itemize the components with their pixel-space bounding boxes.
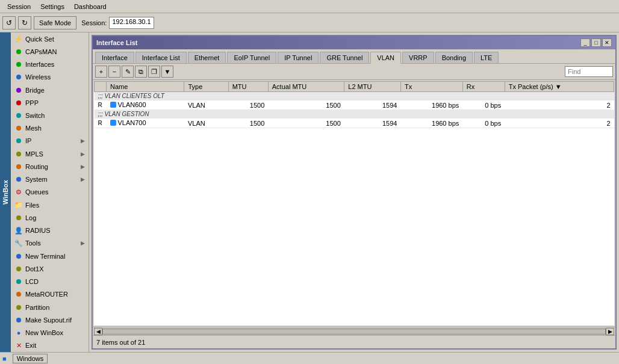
row-flag-vlan600: R — [95, 100, 107, 110]
paste-button[interactable]: ❐ — [148, 66, 160, 78]
col-header-actual-mtu[interactable]: Actual MTU — [268, 82, 344, 92]
metarouter-icon — [14, 290, 23, 298]
sidebar-item-exit[interactable]: ✕ Exit — [11, 339, 89, 352]
vlan700-icon-group: VLAN700 — [110, 119, 146, 126]
col-header-rx[interactable]: Rx — [462, 82, 505, 92]
sidebar-item-radius[interactable]: 👤 RADIUS — [11, 224, 89, 237]
col-header-l2-mtu[interactable]: L2 MTU — [344, 82, 401, 92]
interface-list-window: Interface List _ □ ✕ Interface Interface… — [92, 35, 617, 350]
add-button[interactable]: + — [95, 66, 107, 78]
row-txpkt-vlan700: 2 — [505, 119, 614, 128]
sidebar-item-make-supout[interactable]: Make Supout.rif — [11, 313, 89, 326]
copy-button[interactable]: ⧉ — [135, 66, 147, 78]
tab-vlan[interactable]: VLAN — [370, 52, 401, 64]
horizontal-scrollbar[interactable] — [102, 329, 606, 335]
sidebar-item-switch[interactable]: Switch — [11, 109, 89, 122]
row-flag-vlan700: R — [95, 119, 107, 128]
dot1x-icon — [14, 265, 23, 273]
ip-icon — [14, 137, 23, 145]
mesh-icon — [14, 124, 23, 132]
system-expand-arrow: ▶ — [81, 176, 85, 182]
sidebar-item-lcd[interactable]: LCD — [11, 275, 89, 288]
sidebar-item-ppp[interactable]: PPP — [11, 96, 89, 109]
windows-button[interactable]: Windows — [13, 354, 48, 363]
redo-button[interactable]: ↻ — [18, 16, 31, 29]
row-tx-vlan700: 1960 bps — [400, 119, 462, 128]
tab-vrrp[interactable]: VRRP — [402, 52, 434, 63]
window-minimize-button[interactable]: _ — [580, 39, 590, 47]
col-header-name[interactable]: Name — [107, 82, 184, 92]
winbox-label: WinBox — [0, 32, 11, 352]
sidebar-item-tools[interactable]: 🔧 Tools ▶ — [11, 237, 89, 250]
sidebar-item-capsman[interactable]: CAPsMAN — [11, 45, 89, 58]
sidebar-item-ip[interactable]: IP ▶ — [11, 135, 89, 147]
window-title: Interface List — [96, 39, 137, 46]
sidebar-label-switch: Switch — [25, 112, 45, 119]
mpls-icon — [14, 150, 23, 158]
sidebar-label-new-winbox: New WinBox — [25, 329, 63, 336]
tab-gre-tunnel[interactable]: GRE Tunnel — [320, 52, 369, 63]
window-maximize-button[interactable]: □ — [591, 39, 601, 47]
sidebar-item-system[interactable]: System ▶ — [11, 173, 89, 186]
row-tx-vlan600: 1960 bps — [400, 100, 462, 110]
sidebar-item-interfaces[interactable]: Interfaces — [11, 58, 89, 70]
col-header-type[interactable]: Type — [184, 82, 228, 92]
new-terminal-icon — [14, 252, 23, 261]
session-label: Session: — [81, 19, 107, 26]
sidebar-item-log[interactable]: Log — [11, 211, 89, 224]
col-header-flag[interactable] — [95, 82, 107, 92]
sidebar-item-routing[interactable]: Routing ▶ — [11, 160, 89, 173]
table-row-vlan600[interactable]: R VLAN600 VLAN 1500 1500 1594 — [95, 100, 614, 110]
col-header-tx-pkt[interactable]: Tx Packet (p/s) ▼ — [505, 82, 614, 92]
tab-bonding[interactable]: Bonding — [435, 52, 473, 63]
tab-eoip-tunnel[interactable]: EoIP Tunnel — [227, 52, 276, 63]
sidebar-item-new-winbox[interactable]: ● New WinBox — [11, 326, 89, 339]
undo-button[interactable]: ↺ — [2, 16, 16, 29]
sidebar-item-new-terminal[interactable]: New Terminal — [11, 250, 89, 262]
ip-expand-arrow: ▶ — [81, 138, 85, 144]
scroll-left-button[interactable]: ◀ — [94, 328, 102, 335]
safemode-button[interactable]: Safe Mode — [34, 16, 76, 29]
col-header-mtu[interactable]: MTU — [228, 82, 268, 92]
row-type-vlan600: VLAN — [184, 100, 228, 110]
tab-interface-list[interactable]: Interface List — [135, 52, 187, 63]
session-value: 192.168.30.1 — [109, 17, 154, 29]
row-name-vlan600: VLAN600 — [107, 100, 184, 110]
window-titlebar: Interface List _ □ ✕ — [93, 36, 615, 49]
sidebar-item-mpls[interactable]: MPLS ▶ — [11, 147, 89, 160]
sidebar-item-bridge[interactable]: Bridge — [11, 84, 89, 96]
col-header-tx[interactable]: Tx — [400, 82, 462, 92]
row-actual-mtu-vlan600: 1500 — [268, 100, 344, 110]
sidebar-item-dot1x[interactable]: Dot1X — [11, 262, 89, 275]
remove-button[interactable]: − — [108, 66, 120, 78]
interface-table-container[interactable]: Name Type MTU Actual MTU L2 MTU Tx Rx Tx… — [94, 81, 614, 325]
tab-ip-tunnel[interactable]: IP Tunnel — [278, 52, 319, 63]
row-name-vlan700: VLAN700 — [107, 119, 184, 128]
menu-settings[interactable]: Settings — [36, 2, 69, 11]
sidebar-item-quick-set[interactable]: ⚡ Quick Set — [11, 32, 89, 45]
sidebar-item-partition[interactable]: Partition — [11, 301, 89, 313]
sidebar-item-wireless[interactable]: Wireless — [11, 71, 89, 84]
filter-button[interactable]: ▼ — [161, 66, 173, 78]
scrollbar-area: ◀ ▶ — [93, 327, 615, 335]
sidebar-item-files[interactable]: 📁 Files — [11, 199, 89, 211]
partition-icon — [14, 303, 23, 312]
menu-dashboard[interactable]: Dashboard — [69, 2, 111, 11]
sidebar-label-bridge: Bridge — [25, 87, 45, 94]
window-close-button[interactable]: ✕ — [602, 39, 612, 47]
find-input[interactable] — [565, 66, 613, 77]
edit-button[interactable]: ✎ — [122, 66, 134, 78]
menu-session[interactable]: Session — [2, 2, 36, 11]
table-row-vlan700[interactable]: R VLAN700 VLAN 1500 1500 1594 — [95, 119, 614, 128]
switch-icon — [14, 111, 23, 120]
scroll-right-button[interactable]: ▶ — [606, 328, 614, 335]
sidebar-item-queues[interactable]: ⚙ Queues — [11, 186, 89, 199]
sidebar-label-interfaces: Interfaces — [25, 61, 54, 68]
sidebar-label-dot1x: Dot1X — [25, 265, 44, 273]
tab-ethernet[interactable]: Ethernet — [188, 52, 226, 63]
sidebar-label-files: Files — [25, 202, 39, 209]
sidebar-item-metarouter[interactable]: MetaROUTER — [11, 288, 89, 301]
sidebar-item-mesh[interactable]: Mesh — [11, 122, 89, 135]
tab-lte[interactable]: LTE — [474, 52, 499, 63]
tab-interface[interactable]: Interface — [95, 52, 134, 63]
